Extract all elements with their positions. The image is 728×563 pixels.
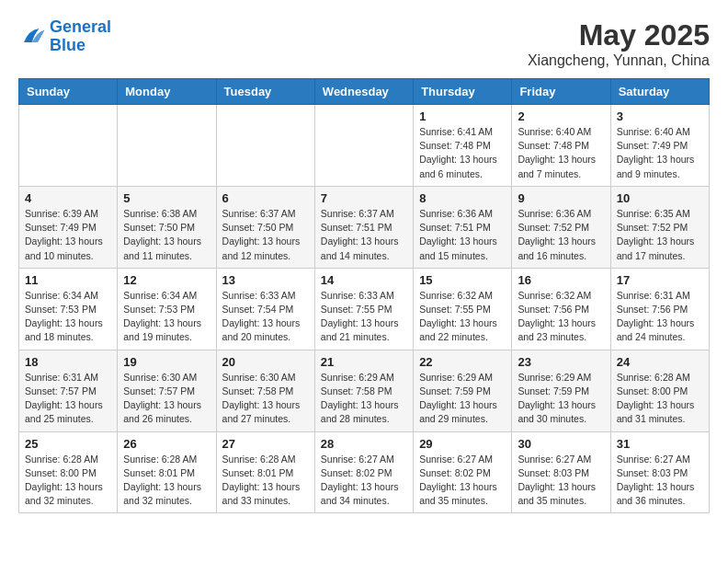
calendar-cell: 5Sunrise: 6:38 AM Sunset: 7:50 PM Daylig… bbox=[118, 186, 216, 268]
calendar-cell: 13Sunrise: 6:33 AM Sunset: 7:54 PM Dayli… bbox=[216, 268, 314, 350]
day-header-wednesday: Wednesday bbox=[314, 79, 413, 105]
calendar-cell: 11Sunrise: 6:34 AM Sunset: 7:53 PM Dayli… bbox=[19, 268, 118, 350]
calendar-cell: 3Sunrise: 6:40 AM Sunset: 7:49 PM Daylig… bbox=[610, 105, 709, 187]
day-number: 18 bbox=[25, 355, 111, 369]
day-info: Sunrise: 6:37 AM Sunset: 7:50 PM Dayligh… bbox=[222, 207, 309, 263]
calendar-cell: 24Sunrise: 6:28 AM Sunset: 8:00 PM Dayli… bbox=[610, 350, 709, 431]
day-number: 21 bbox=[321, 355, 407, 369]
calendar-cell: 7Sunrise: 6:37 AM Sunset: 7:51 PM Daylig… bbox=[314, 186, 413, 268]
day-number: 20 bbox=[222, 355, 309, 369]
day-number: 26 bbox=[123, 437, 210, 451]
day-info: Sunrise: 6:39 AM Sunset: 7:49 PM Dayligh… bbox=[25, 207, 111, 263]
day-number: 11 bbox=[25, 273, 111, 287]
logo-text: General Blue bbox=[50, 18, 111, 55]
day-number: 6 bbox=[222, 191, 309, 205]
day-header-sunday: Sunday bbox=[19, 79, 118, 105]
day-info: Sunrise: 6:36 AM Sunset: 7:51 PM Dayligh… bbox=[419, 207, 506, 263]
calendar-week-row: 18Sunrise: 6:31 AM Sunset: 7:57 PM Dayli… bbox=[19, 350, 710, 431]
calendar-cell: 15Sunrise: 6:32 AM Sunset: 7:55 PM Dayli… bbox=[414, 268, 512, 350]
calendar-cell: 8Sunrise: 6:36 AM Sunset: 7:51 PM Daylig… bbox=[414, 186, 512, 268]
day-number: 13 bbox=[222, 273, 309, 287]
day-info: Sunrise: 6:32 AM Sunset: 7:56 PM Dayligh… bbox=[518, 289, 604, 345]
day-info: Sunrise: 6:28 AM Sunset: 8:01 PM Dayligh… bbox=[123, 453, 210, 509]
day-info: Sunrise: 6:38 AM Sunset: 7:50 PM Dayligh… bbox=[123, 207, 210, 263]
calendar-cell: 4Sunrise: 6:39 AM Sunset: 7:49 PM Daylig… bbox=[19, 186, 118, 268]
calendar-cell: 2Sunrise: 6:40 AM Sunset: 7:48 PM Daylig… bbox=[512, 105, 610, 187]
day-info: Sunrise: 6:37 AM Sunset: 7:51 PM Dayligh… bbox=[321, 207, 407, 263]
day-header-tuesday: Tuesday bbox=[216, 79, 314, 105]
day-number: 29 bbox=[419, 437, 506, 451]
day-info: Sunrise: 6:34 AM Sunset: 7:53 PM Dayligh… bbox=[123, 289, 210, 345]
calendar-week-row: 11Sunrise: 6:34 AM Sunset: 7:53 PM Dayli… bbox=[19, 268, 710, 350]
day-info: Sunrise: 6:32 AM Sunset: 7:55 PM Dayligh… bbox=[419, 289, 506, 345]
day-info: Sunrise: 6:31 AM Sunset: 7:57 PM Dayligh… bbox=[25, 371, 111, 427]
calendar-cell: 30Sunrise: 6:27 AM Sunset: 8:03 PM Dayli… bbox=[512, 431, 610, 513]
day-number: 2 bbox=[518, 109, 604, 123]
calendar-cell: 12Sunrise: 6:34 AM Sunset: 7:53 PM Dayli… bbox=[118, 268, 216, 350]
calendar-cell: 31Sunrise: 6:27 AM Sunset: 8:03 PM Dayli… bbox=[610, 431, 709, 513]
day-number: 10 bbox=[617, 191, 703, 205]
calendar-cell: 10Sunrise: 6:35 AM Sunset: 7:52 PM Dayli… bbox=[610, 186, 709, 268]
day-number: 9 bbox=[518, 191, 604, 205]
day-number: 23 bbox=[518, 355, 604, 369]
day-number: 19 bbox=[123, 355, 210, 369]
day-number: 25 bbox=[25, 437, 111, 451]
location-subtitle: Xiangcheng, Yunnan, China bbox=[528, 52, 710, 69]
day-info: Sunrise: 6:40 AM Sunset: 7:49 PM Dayligh… bbox=[617, 125, 703, 181]
day-info: Sunrise: 6:30 AM Sunset: 7:57 PM Dayligh… bbox=[123, 371, 210, 427]
calendar-week-row: 4Sunrise: 6:39 AM Sunset: 7:49 PM Daylig… bbox=[19, 186, 710, 268]
day-info: Sunrise: 6:28 AM Sunset: 8:00 PM Dayligh… bbox=[617, 371, 703, 427]
day-number: 28 bbox=[321, 437, 407, 451]
day-info: Sunrise: 6:33 AM Sunset: 7:54 PM Dayligh… bbox=[222, 289, 309, 345]
day-info: Sunrise: 6:27 AM Sunset: 8:03 PM Dayligh… bbox=[518, 453, 604, 509]
day-info: Sunrise: 6:33 AM Sunset: 7:55 PM Dayligh… bbox=[321, 289, 407, 345]
day-info: Sunrise: 6:41 AM Sunset: 7:48 PM Dayligh… bbox=[419, 125, 506, 181]
day-number: 5 bbox=[123, 191, 210, 205]
calendar-cell: 9Sunrise: 6:36 AM Sunset: 7:52 PM Daylig… bbox=[512, 186, 610, 268]
day-number: 31 bbox=[617, 437, 703, 451]
day-info: Sunrise: 6:36 AM Sunset: 7:52 PM Dayligh… bbox=[518, 207, 604, 263]
day-number: 14 bbox=[321, 273, 407, 287]
calendar-cell: 18Sunrise: 6:31 AM Sunset: 7:57 PM Dayli… bbox=[19, 350, 118, 431]
calendar-cell: 27Sunrise: 6:28 AM Sunset: 8:01 PM Dayli… bbox=[216, 431, 314, 513]
logo: General Blue bbox=[18, 18, 111, 55]
title-block: May 2025 Xiangcheng, Yunnan, China bbox=[528, 18, 710, 69]
day-info: Sunrise: 6:35 AM Sunset: 7:52 PM Dayligh… bbox=[617, 207, 703, 263]
logo-bird-icon bbox=[18, 23, 46, 51]
day-number: 17 bbox=[617, 273, 703, 287]
day-number: 24 bbox=[617, 355, 703, 369]
day-info: Sunrise: 6:34 AM Sunset: 7:53 PM Dayligh… bbox=[25, 289, 111, 345]
day-number: 30 bbox=[518, 437, 604, 451]
calendar-cell: 17Sunrise: 6:31 AM Sunset: 7:56 PM Dayli… bbox=[610, 268, 709, 350]
calendar-cell: 25Sunrise: 6:28 AM Sunset: 8:00 PM Dayli… bbox=[19, 431, 118, 513]
day-number: 7 bbox=[321, 191, 407, 205]
day-number: 12 bbox=[123, 273, 210, 287]
day-info: Sunrise: 6:27 AM Sunset: 8:02 PM Dayligh… bbox=[419, 453, 506, 509]
calendar-cell: 21Sunrise: 6:29 AM Sunset: 7:58 PM Dayli… bbox=[314, 350, 413, 431]
day-info: Sunrise: 6:31 AM Sunset: 7:56 PM Dayligh… bbox=[617, 289, 703, 345]
calendar-cell: 6Sunrise: 6:37 AM Sunset: 7:50 PM Daylig… bbox=[216, 186, 314, 268]
day-number: 1 bbox=[419, 109, 506, 123]
month-year-title: May 2025 bbox=[528, 18, 710, 52]
day-number: 16 bbox=[518, 273, 604, 287]
calendar-cell bbox=[118, 105, 216, 187]
calendar-cell: 19Sunrise: 6:30 AM Sunset: 7:57 PM Dayli… bbox=[118, 350, 216, 431]
calendar-cell: 26Sunrise: 6:28 AM Sunset: 8:01 PM Dayli… bbox=[118, 431, 216, 513]
day-info: Sunrise: 6:30 AM Sunset: 7:58 PM Dayligh… bbox=[222, 371, 309, 427]
day-info: Sunrise: 6:28 AM Sunset: 8:01 PM Dayligh… bbox=[222, 453, 309, 509]
day-number: 27 bbox=[222, 437, 309, 451]
calendar-cell bbox=[216, 105, 314, 187]
calendar-table: SundayMondayTuesdayWednesdayThursdayFrid… bbox=[18, 78, 710, 513]
calendar-week-row: 1Sunrise: 6:41 AM Sunset: 7:48 PM Daylig… bbox=[19, 105, 710, 187]
day-number: 22 bbox=[419, 355, 506, 369]
day-info: Sunrise: 6:29 AM Sunset: 7:59 PM Dayligh… bbox=[419, 371, 506, 427]
calendar-cell: 1Sunrise: 6:41 AM Sunset: 7:48 PM Daylig… bbox=[414, 105, 512, 187]
day-info: Sunrise: 6:29 AM Sunset: 7:58 PM Dayligh… bbox=[321, 371, 407, 427]
day-number: 15 bbox=[419, 273, 506, 287]
day-number: 8 bbox=[419, 191, 506, 205]
day-info: Sunrise: 6:27 AM Sunset: 8:03 PM Dayligh… bbox=[617, 453, 703, 509]
calendar-cell bbox=[314, 105, 413, 187]
day-number: 4 bbox=[25, 191, 111, 205]
day-header-friday: Friday bbox=[512, 79, 610, 105]
calendar-cell: 14Sunrise: 6:33 AM Sunset: 7:55 PM Dayli… bbox=[314, 268, 413, 350]
